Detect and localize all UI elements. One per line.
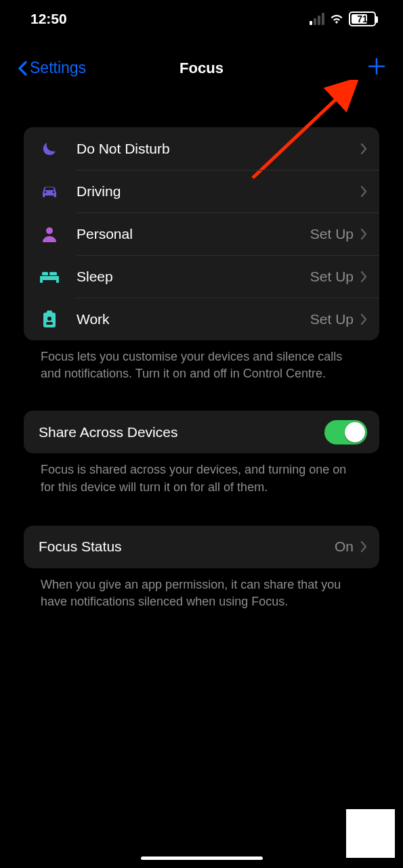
plus-icon bbox=[368, 58, 385, 75]
status-right: 71 bbox=[310, 12, 376, 26]
badge-icon bbox=[39, 311, 60, 328]
focus-modes-footer: Focus lets you customise your devices an… bbox=[24, 340, 379, 382]
add-button[interactable] bbox=[368, 57, 385, 80]
chevron-right-icon bbox=[360, 185, 367, 198]
chevron-right-icon bbox=[360, 228, 367, 240]
share-across-devices-row: Share Across Devices bbox=[24, 411, 379, 453]
bed-icon bbox=[39, 270, 60, 283]
cell-label: Share Across Devices bbox=[39, 424, 324, 440]
overlay-square bbox=[346, 809, 395, 858]
chevron-right-icon bbox=[360, 143, 367, 155]
share-group: Share Across Devices bbox=[24, 411, 379, 453]
cell-trail: Set Up bbox=[310, 311, 354, 327]
focus-modes-group: Do Not Disturb Driving Personal Set Up bbox=[24, 127, 379, 340]
svg-rect-2 bbox=[40, 276, 59, 280]
svg-rect-4 bbox=[56, 280, 59, 283]
cell-trail: On bbox=[335, 539, 354, 555]
focus-status-group: Focus Status On bbox=[24, 526, 379, 568]
chevron-left-icon bbox=[18, 61, 27, 76]
status-bar: 12:50 71 bbox=[0, 0, 403, 37]
svg-rect-8 bbox=[47, 311, 52, 314]
cellular-icon bbox=[310, 13, 324, 25]
share-toggle[interactable] bbox=[324, 420, 367, 444]
cell-label: Sleep bbox=[77, 269, 310, 285]
focus-mode-dnd[interactable]: Do Not Disturb bbox=[24, 127, 379, 170]
cell-label: Focus Status bbox=[39, 539, 335, 555]
home-indicator bbox=[141, 856, 263, 860]
cell-label: Do Not Disturb bbox=[77, 141, 354, 157]
back-label: Settings bbox=[30, 59, 86, 77]
cell-label: Driving bbox=[77, 183, 354, 200]
status-time: 12:50 bbox=[30, 11, 67, 27]
chevron-right-icon bbox=[360, 313, 367, 325]
battery-icon: 71 bbox=[349, 12, 376, 26]
svg-rect-10 bbox=[46, 322, 53, 325]
cell-trail: Set Up bbox=[310, 269, 354, 285]
share-footer: Focus is shared across your devices, and… bbox=[24, 453, 379, 495]
nav-bar: Settings Focus bbox=[0, 49, 403, 87]
svg-point-9 bbox=[47, 317, 51, 321]
focus-mode-work[interactable]: Work Set Up bbox=[24, 298, 379, 340]
focus-status-row[interactable]: Focus Status On bbox=[24, 526, 379, 568]
cell-label: Work bbox=[77, 311, 310, 327]
focus-mode-sleep[interactable]: Sleep Set Up bbox=[24, 255, 379, 298]
svg-rect-3 bbox=[40, 280, 43, 283]
focus-mode-driving[interactable]: Driving bbox=[24, 170, 379, 212]
svg-point-1 bbox=[46, 227, 53, 234]
moon-icon bbox=[39, 140, 60, 158]
wifi-icon bbox=[329, 14, 344, 24]
svg-rect-5 bbox=[42, 272, 48, 275]
focus-status-footer: When you give an app permission, it can … bbox=[24, 568, 379, 610]
chevron-right-icon bbox=[360, 271, 367, 283]
cell-label: Personal bbox=[77, 226, 310, 242]
focus-mode-personal[interactable]: Personal Set Up bbox=[24, 212, 379, 255]
back-button[interactable]: Settings bbox=[18, 59, 86, 77]
svg-rect-6 bbox=[49, 272, 57, 275]
chevron-right-icon bbox=[360, 541, 367, 553]
person-icon bbox=[39, 226, 60, 242]
car-icon bbox=[39, 184, 60, 199]
cell-trail: Set Up bbox=[310, 226, 354, 242]
